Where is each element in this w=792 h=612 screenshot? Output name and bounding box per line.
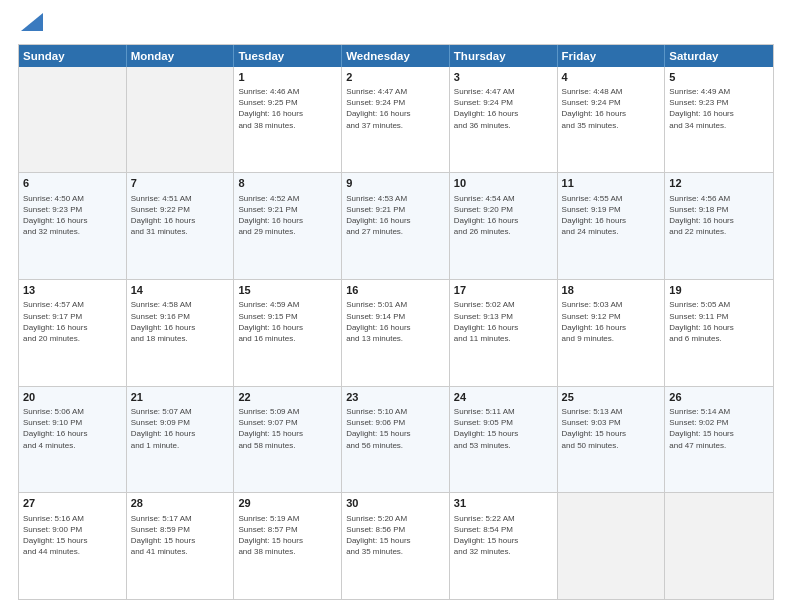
day-info: Sunrise: 4:56 AM Sunset: 9:18 PM Dayligh…	[669, 193, 769, 238]
day-info: Sunrise: 4:53 AM Sunset: 9:21 PM Dayligh…	[346, 193, 445, 238]
day-cell-30: 30Sunrise: 5:20 AM Sunset: 8:56 PM Dayli…	[342, 493, 450, 599]
day-cell-26: 26Sunrise: 5:14 AM Sunset: 9:02 PM Dayli…	[665, 387, 773, 493]
day-info: Sunrise: 5:22 AM Sunset: 8:54 PM Dayligh…	[454, 513, 553, 558]
day-info: Sunrise: 4:51 AM Sunset: 9:22 PM Dayligh…	[131, 193, 230, 238]
day-info: Sunrise: 5:01 AM Sunset: 9:14 PM Dayligh…	[346, 299, 445, 344]
day-cell-14: 14Sunrise: 4:58 AM Sunset: 9:16 PM Dayli…	[127, 280, 235, 386]
day-cell-16: 16Sunrise: 5:01 AM Sunset: 9:14 PM Dayli…	[342, 280, 450, 386]
day-info: Sunrise: 5:10 AM Sunset: 9:06 PM Dayligh…	[346, 406, 445, 451]
day-number: 3	[454, 70, 553, 84]
day-info: Sunrise: 5:05 AM Sunset: 9:11 PM Dayligh…	[669, 299, 769, 344]
day-number: 24	[454, 390, 553, 404]
day-info: Sunrise: 5:09 AM Sunset: 9:07 PM Dayligh…	[238, 406, 337, 451]
calendar-row-2: 6Sunrise: 4:50 AM Sunset: 9:23 PM Daylig…	[19, 173, 773, 280]
day-cell-20: 20Sunrise: 5:06 AM Sunset: 9:10 PM Dayli…	[19, 387, 127, 493]
day-number: 13	[23, 283, 122, 297]
day-number: 20	[23, 390, 122, 404]
day-cell-21: 21Sunrise: 5:07 AM Sunset: 9:09 PM Dayli…	[127, 387, 235, 493]
logo	[18, 16, 43, 36]
day-number: 8	[238, 176, 337, 190]
day-info: Sunrise: 4:52 AM Sunset: 9:21 PM Dayligh…	[238, 193, 337, 238]
day-number: 22	[238, 390, 337, 404]
day-cell-10: 10Sunrise: 4:54 AM Sunset: 9:20 PM Dayli…	[450, 173, 558, 279]
header-day-tuesday: Tuesday	[234, 45, 342, 67]
day-number: 9	[346, 176, 445, 190]
day-info: Sunrise: 5:16 AM Sunset: 9:00 PM Dayligh…	[23, 513, 122, 558]
calendar: SundayMondayTuesdayWednesdayThursdayFrid…	[18, 44, 774, 600]
empty-cell	[558, 493, 666, 599]
day-info: Sunrise: 5:13 AM Sunset: 9:03 PM Dayligh…	[562, 406, 661, 451]
day-cell-15: 15Sunrise: 4:59 AM Sunset: 9:15 PM Dayli…	[234, 280, 342, 386]
day-number: 28	[131, 496, 230, 510]
day-info: Sunrise: 5:06 AM Sunset: 9:10 PM Dayligh…	[23, 406, 122, 451]
day-cell-4: 4Sunrise: 4:48 AM Sunset: 9:24 PM Daylig…	[558, 67, 666, 173]
day-cell-6: 6Sunrise: 4:50 AM Sunset: 9:23 PM Daylig…	[19, 173, 127, 279]
day-cell-11: 11Sunrise: 4:55 AM Sunset: 9:19 PM Dayli…	[558, 173, 666, 279]
day-number: 15	[238, 283, 337, 297]
day-cell-13: 13Sunrise: 4:57 AM Sunset: 9:17 PM Dayli…	[19, 280, 127, 386]
day-cell-27: 27Sunrise: 5:16 AM Sunset: 9:00 PM Dayli…	[19, 493, 127, 599]
day-info: Sunrise: 5:19 AM Sunset: 8:57 PM Dayligh…	[238, 513, 337, 558]
day-info: Sunrise: 4:55 AM Sunset: 9:19 PM Dayligh…	[562, 193, 661, 238]
day-number: 29	[238, 496, 337, 510]
calendar-header: SundayMondayTuesdayWednesdayThursdayFrid…	[19, 45, 773, 67]
day-cell-28: 28Sunrise: 5:17 AM Sunset: 8:59 PM Dayli…	[127, 493, 235, 599]
header-day-saturday: Saturday	[665, 45, 773, 67]
day-number: 16	[346, 283, 445, 297]
day-number: 19	[669, 283, 769, 297]
day-number: 1	[238, 70, 337, 84]
day-cell-9: 9Sunrise: 4:53 AM Sunset: 9:21 PM Daylig…	[342, 173, 450, 279]
day-number: 2	[346, 70, 445, 84]
svg-marker-0	[21, 13, 43, 31]
day-info: Sunrise: 4:50 AM Sunset: 9:23 PM Dayligh…	[23, 193, 122, 238]
day-cell-18: 18Sunrise: 5:03 AM Sunset: 9:12 PM Dayli…	[558, 280, 666, 386]
empty-cell	[127, 67, 235, 173]
day-cell-25: 25Sunrise: 5:13 AM Sunset: 9:03 PM Dayli…	[558, 387, 666, 493]
day-number: 17	[454, 283, 553, 297]
day-cell-8: 8Sunrise: 4:52 AM Sunset: 9:21 PM Daylig…	[234, 173, 342, 279]
day-number: 23	[346, 390, 445, 404]
day-info: Sunrise: 4:59 AM Sunset: 9:15 PM Dayligh…	[238, 299, 337, 344]
day-number: 18	[562, 283, 661, 297]
header-day-friday: Friday	[558, 45, 666, 67]
day-number: 12	[669, 176, 769, 190]
day-info: Sunrise: 4:46 AM Sunset: 9:25 PM Dayligh…	[238, 86, 337, 131]
header-day-wednesday: Wednesday	[342, 45, 450, 67]
day-cell-24: 24Sunrise: 5:11 AM Sunset: 9:05 PM Dayli…	[450, 387, 558, 493]
day-cell-3: 3Sunrise: 4:47 AM Sunset: 9:24 PM Daylig…	[450, 67, 558, 173]
day-number: 27	[23, 496, 122, 510]
day-cell-23: 23Sunrise: 5:10 AM Sunset: 9:06 PM Dayli…	[342, 387, 450, 493]
header	[18, 16, 774, 36]
logo-icon	[21, 13, 43, 31]
day-cell-19: 19Sunrise: 5:05 AM Sunset: 9:11 PM Dayli…	[665, 280, 773, 386]
day-info: Sunrise: 5:17 AM Sunset: 8:59 PM Dayligh…	[131, 513, 230, 558]
day-number: 31	[454, 496, 553, 510]
day-number: 7	[131, 176, 230, 190]
day-number: 4	[562, 70, 661, 84]
day-info: Sunrise: 4:48 AM Sunset: 9:24 PM Dayligh…	[562, 86, 661, 131]
day-info: Sunrise: 5:14 AM Sunset: 9:02 PM Dayligh…	[669, 406, 769, 451]
page: SundayMondayTuesdayWednesdayThursdayFrid…	[0, 0, 792, 612]
day-info: Sunrise: 4:57 AM Sunset: 9:17 PM Dayligh…	[23, 299, 122, 344]
empty-cell	[665, 493, 773, 599]
day-info: Sunrise: 5:11 AM Sunset: 9:05 PM Dayligh…	[454, 406, 553, 451]
calendar-row-1: 1Sunrise: 4:46 AM Sunset: 9:25 PM Daylig…	[19, 67, 773, 174]
day-cell-1: 1Sunrise: 4:46 AM Sunset: 9:25 PM Daylig…	[234, 67, 342, 173]
header-day-monday: Monday	[127, 45, 235, 67]
day-number: 21	[131, 390, 230, 404]
calendar-row-4: 20Sunrise: 5:06 AM Sunset: 9:10 PM Dayli…	[19, 387, 773, 494]
day-info: Sunrise: 4:49 AM Sunset: 9:23 PM Dayligh…	[669, 86, 769, 131]
day-cell-22: 22Sunrise: 5:09 AM Sunset: 9:07 PM Dayli…	[234, 387, 342, 493]
calendar-row-5: 27Sunrise: 5:16 AM Sunset: 9:00 PM Dayli…	[19, 493, 773, 599]
header-day-sunday: Sunday	[19, 45, 127, 67]
day-cell-12: 12Sunrise: 4:56 AM Sunset: 9:18 PM Dayli…	[665, 173, 773, 279]
day-cell-17: 17Sunrise: 5:02 AM Sunset: 9:13 PM Dayli…	[450, 280, 558, 386]
header-day-thursday: Thursday	[450, 45, 558, 67]
day-cell-2: 2Sunrise: 4:47 AM Sunset: 9:24 PM Daylig…	[342, 67, 450, 173]
day-cell-31: 31Sunrise: 5:22 AM Sunset: 8:54 PM Dayli…	[450, 493, 558, 599]
day-info: Sunrise: 4:58 AM Sunset: 9:16 PM Dayligh…	[131, 299, 230, 344]
day-number: 25	[562, 390, 661, 404]
calendar-row-3: 13Sunrise: 4:57 AM Sunset: 9:17 PM Dayli…	[19, 280, 773, 387]
day-info: Sunrise: 4:47 AM Sunset: 9:24 PM Dayligh…	[346, 86, 445, 131]
day-cell-7: 7Sunrise: 4:51 AM Sunset: 9:22 PM Daylig…	[127, 173, 235, 279]
